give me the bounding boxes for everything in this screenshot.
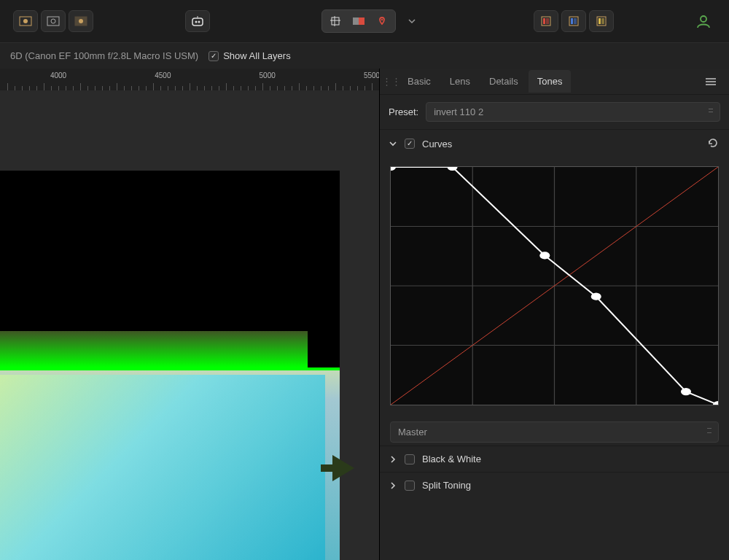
palette-group <box>534 10 614 32</box>
palette-yellow-button[interactable] <box>589 10 614 32</box>
show-all-layers-checkbox[interactable]: Show All Layers <box>208 50 291 61</box>
svg-point-3 <box>51 19 55 23</box>
section-curves-header[interactable]: Curves <box>380 130 729 158</box>
svg-rect-23 <box>599 18 601 24</box>
heal-button[interactable] <box>370 12 394 31</box>
palette-blue-icon <box>568 15 580 27</box>
section-split-toning: Split Toning <box>380 472 729 498</box>
curves-channel-select[interactable]: Master <box>390 421 719 443</box>
svg-point-39 <box>681 388 691 395</box>
tool-group <box>321 9 396 33</box>
svg-point-5 <box>79 19 83 23</box>
split-title: Split Toning <box>422 480 720 491</box>
reset-icon[interactable] <box>707 137 720 150</box>
view-mode-3-button[interactable] <box>69 10 93 32</box>
histogram-2-icon <box>47 16 60 26</box>
user-icon <box>695 13 712 29</box>
svg-point-38 <box>591 293 601 300</box>
svg-rect-13 <box>353 18 359 25</box>
svg-point-40 <box>713 401 718 405</box>
arrow-icon <box>332 455 354 481</box>
histogram-3-icon <box>74 16 87 26</box>
section-split-header[interactable]: Split Toning <box>380 472 729 498</box>
preset-label: Preset: <box>389 106 418 117</box>
image-viewer: 4000450050005500 <box>0 69 379 560</box>
photo-frame <box>0 171 340 560</box>
palette-blue-button[interactable] <box>561 10 586 32</box>
chevron-down-icon <box>408 18 416 24</box>
tab-basic[interactable]: Basic <box>399 70 440 93</box>
info-bar: 6D (Canon EF 100mm f/2.8L Macro IS USM) … <box>0 42 729 69</box>
palette-red-button[interactable] <box>534 10 558 32</box>
svg-point-7 <box>195 21 198 23</box>
curves-graph[interactable] <box>390 166 719 405</box>
panel-menu-button[interactable] <box>706 77 723 86</box>
hamburger-icon <box>706 77 716 86</box>
preset-select[interactable]: invert 110 2 <box>426 102 720 122</box>
tool-dropdown-button[interactable] <box>402 12 422 30</box>
curves-enable-checkbox[interactable] <box>405 139 415 149</box>
svg-point-15 <box>381 19 383 20</box>
svg-rect-10 <box>332 18 339 25</box>
robot-icon <box>190 15 205 27</box>
svg-rect-2 <box>47 17 59 26</box>
show-all-layers-label: Show All Layers <box>223 50 291 61</box>
preset-row: Preset: invert 110 2 <box>380 95 729 129</box>
bw-title: Black & White <box>422 454 720 464</box>
mask-icon <box>352 16 365 26</box>
histogram-1-icon <box>19 16 32 26</box>
palette-yellow-icon <box>596 15 607 27</box>
tab-tones[interactable]: Tones <box>529 70 572 93</box>
svg-point-1 <box>23 19 28 23</box>
curves-channel-value: Master <box>398 427 427 438</box>
svg-rect-18 <box>546 18 549 24</box>
profile-button[interactable] <box>691 10 716 32</box>
film-preview <box>0 331 340 560</box>
svg-rect-24 <box>601 18 604 24</box>
bw-enable-checkbox[interactable] <box>405 454 415 464</box>
camera-info-text: 6D (Canon EF 100mm f/2.8L Macro IS USM) <box>10 50 198 61</box>
view-mode-group <box>13 10 93 32</box>
grip-icon[interactable]: ⋮⋮ <box>386 76 397 87</box>
palette-red-icon <box>540 15 552 27</box>
tab-lens[interactable]: Lens <box>441 70 479 93</box>
svg-point-35 <box>391 167 396 171</box>
section-bw: Black & White <box>380 446 729 472</box>
view-mode-2-button[interactable] <box>41 10 66 32</box>
svg-rect-21 <box>574 18 577 24</box>
split-enable-checkbox[interactable] <box>405 481 415 491</box>
top-toolbar <box>0 0 729 42</box>
main-area: 4000450050005500 ⋮⋮ Basic Lens Details T… <box>0 69 729 560</box>
ai-button[interactable] <box>185 10 210 32</box>
svg-rect-6 <box>192 18 203 26</box>
ruler: 4000450050005500 <box>0 69 379 90</box>
svg-point-37 <box>539 252 550 259</box>
preset-value: invert 110 2 <box>434 106 483 117</box>
crop-icon <box>330 15 341 27</box>
canvas[interactable] <box>0 90 379 560</box>
view-mode-1-button[interactable] <box>13 10 38 32</box>
mask-button[interactable] <box>347 12 370 31</box>
check-icon <box>208 51 219 61</box>
chevron-down-icon <box>389 139 397 148</box>
svg-rect-17 <box>543 18 545 24</box>
panel-tabs: ⋮⋮ Basic Lens Details Tones <box>380 69 729 95</box>
tab-details[interactable]: Details <box>480 70 527 93</box>
curves-title: Curves <box>422 139 700 149</box>
chevron-right-icon <box>389 481 397 490</box>
svg-point-25 <box>701 16 706 22</box>
svg-point-8 <box>198 21 200 23</box>
svg-rect-14 <box>359 18 364 25</box>
section-bw-header[interactable]: Black & White <box>380 446 729 472</box>
svg-rect-20 <box>571 18 573 24</box>
heal-icon <box>376 15 388 27</box>
crop-button[interactable] <box>324 12 347 31</box>
section-curves: Curves Master <box>380 129 729 446</box>
chevron-right-icon <box>389 455 397 464</box>
curves-svg <box>391 167 718 405</box>
adjustments-panel: ⋮⋮ Basic Lens Details Tones Preset: inve… <box>379 69 729 560</box>
